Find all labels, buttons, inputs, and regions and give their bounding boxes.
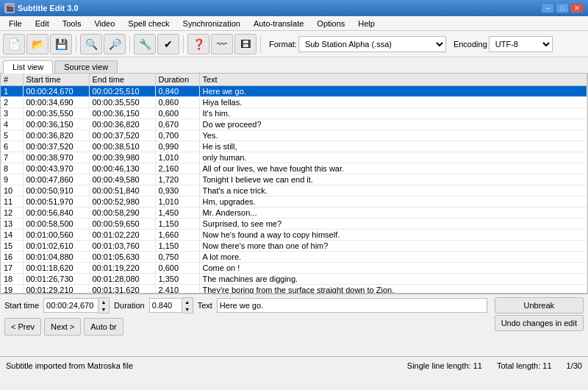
check-button[interactable]: ✔ [157, 34, 179, 54]
total-length: Total length: 11 [497, 361, 552, 370]
open-button[interactable]: 📂 [26, 34, 49, 54]
encoding-select[interactable]: UTF-8 UTF-16 ISO-8859-1 [489, 36, 553, 52]
menu-file[interactable]: File [3, 18, 28, 29]
cell-start: 00:01:00,560 [23, 230, 89, 241]
table-row[interactable]: 12 00:00:56,840 00:00:58,290 1,450 Mr. A… [1, 208, 587, 219]
tabs: List view Source view [0, 57, 588, 74]
app-icon: 🎬 [4, 3, 15, 13]
duration-spinner[interactable]: ▲ ▼ [149, 297, 193, 313]
table-row[interactable]: 13 00:00:58,500 00:00:59,650 1,150 Surpr… [1, 219, 587, 230]
cell-text: Tonight I believe we can end it. [199, 174, 587, 185]
help-button[interactable]: ❓ [187, 34, 209, 54]
tab-source-view[interactable]: Source view [54, 60, 118, 73]
cell-duration: 0,750 [155, 252, 199, 263]
find-button[interactable]: 🔍 [80, 34, 102, 54]
cell-text: Now there's more than one of him? [199, 241, 587, 252]
menu-synchronization[interactable]: Synchronization [177, 18, 246, 29]
tab-list-view[interactable]: List view [3, 60, 53, 74]
cell-end: 00:00:46,130 [89, 163, 155, 174]
menu-edit[interactable]: Edit [29, 18, 55, 29]
cell-end: 00:00:39,980 [89, 152, 155, 163]
cell-num: 11 [1, 196, 23, 208]
save-button[interactable]: 💾 [50, 34, 72, 54]
subtitle-table-wrapper[interactable]: # Start time End time Duration Text 1 00… [1, 74, 587, 293]
start-time-spinner[interactable]: ▲ ▼ [43, 297, 110, 313]
cell-start: 00:00:43,970 [23, 163, 89, 174]
table-row[interactable]: 4 00:00:36,150 00:00:36,820 0,670 Do we … [1, 119, 587, 130]
prev-button[interactable]: < Prev [4, 318, 41, 336]
unbreak-button[interactable]: Unbreak [495, 297, 584, 313]
table-row[interactable]: 8 00:00:43,970 00:00:46,130 2,160 All of… [1, 163, 587, 174]
cell-end: 00:00:36,150 [89, 108, 155, 119]
fix-button[interactable]: 🔧 [134, 34, 156, 54]
maximize-button[interactable]: □ [556, 3, 569, 13]
cell-num: 17 [1, 263, 23, 274]
cell-end: 00:01:31,620 [89, 285, 155, 294]
table-row[interactable]: 15 00:01:02,610 00:01:03,760 1,150 Now t… [1, 241, 587, 252]
cell-text: He is still, [199, 141, 587, 152]
next-button[interactable]: Next > [44, 318, 81, 336]
cell-end: 00:00:59,650 [89, 219, 155, 230]
menu-help[interactable]: Help [352, 18, 381, 29]
table-row[interactable]: 6 00:00:37,520 00:00:38,510 0,990 He is … [1, 141, 587, 152]
cell-num: 9 [1, 174, 23, 185]
format-select[interactable]: Sub Station Alpha (.ssa) SubRip (.srt) A… [298, 36, 446, 52]
table-row[interactable]: 10 00:00:50,910 00:00:51,840 0,930 That'… [1, 185, 587, 196]
start-time-input[interactable] [43, 298, 98, 313]
separator-4 [260, 35, 261, 53]
table-row[interactable]: 1 00:00:24,670 00:00:25,510 0,840 Here w… [1, 86, 587, 97]
encoding-label: Encoding [453, 40, 487, 49]
table-row[interactable]: 9 00:00:47,860 00:00:49,580 1,720 Tonigh… [1, 174, 587, 185]
video-button[interactable]: 🎞 [234, 34, 257, 54]
table-row[interactable]: 7 00:00:38,970 00:00:39,980 1,010 only h… [1, 152, 587, 163]
duration-up[interactable]: ▲ [182, 298, 193, 305]
cell-duration: 2,410 [155, 285, 199, 294]
table-row[interactable]: 19 00:01:29,210 00:01:31,620 2,410 They'… [1, 285, 587, 294]
table-row[interactable]: 3 00:00:35,550 00:00:36,150 0,600 It's h… [1, 108, 587, 119]
cell-num: 6 [1, 141, 23, 152]
cell-num: 1 [1, 86, 23, 97]
cell-duration: 0,600 [155, 263, 199, 274]
cell-duration: 0,860 [155, 97, 199, 108]
table-row[interactable]: 5 00:00:36,820 00:00:37,520 0,700 Yes. [1, 130, 587, 141]
menu-autotranslate[interactable]: Auto-translate [248, 18, 309, 29]
cell-end: 00:01:05,630 [89, 252, 155, 263]
minimize-button[interactable]: – [541, 3, 554, 13]
cell-duration: 1,150 [155, 241, 199, 252]
cell-text: They're boring from the surface straight… [199, 285, 587, 294]
table-row[interactable]: 16 00:01:04,880 00:01:05,630 0,750 A lot… [1, 252, 587, 263]
duration-down[interactable]: ▼ [182, 305, 193, 313]
table-row[interactable]: 14 00:01:00,560 00:01:02,220 1,660 Now h… [1, 230, 587, 241]
col-header-start: Start time [23, 74, 89, 86]
table-row[interactable]: 2 00:00:34,690 00:00:35,550 0,860 Hiya f… [1, 97, 587, 108]
cell-text: Here we go. [199, 86, 587, 97]
start-time-up[interactable]: ▲ [98, 298, 109, 305]
cell-start: 00:00:34,690 [23, 97, 89, 108]
close-button[interactable]: ✕ [570, 3, 584, 13]
new-button[interactable]: 📄 [3, 34, 25, 54]
find-replace-button[interactable]: 🔎 [104, 34, 126, 54]
cell-duration: 0,600 [155, 108, 199, 119]
cell-num: 4 [1, 119, 23, 130]
menu-spellcheck[interactable]: Spell check [122, 18, 175, 29]
start-time-down[interactable]: ▼ [98, 305, 109, 313]
undo-edit-button[interactable]: Undo changes in edit [495, 315, 584, 331]
table-row[interactable]: 17 00:01:18,620 00:01:19,220 0,600 Come … [1, 263, 587, 274]
cell-num: 18 [1, 274, 23, 285]
menu-video[interactable]: Video [88, 18, 121, 29]
table-row[interactable]: 18 00:01:26,730 00:01:28,080 1,350 The m… [1, 274, 587, 285]
waveform-button[interactable]: 〰 [211, 34, 233, 54]
cell-duration: 1,010 [155, 152, 199, 163]
duration-input[interactable] [149, 298, 182, 313]
cell-text: Do we proceed? [199, 119, 587, 130]
menu-tools[interactable]: Tools [57, 18, 87, 29]
table-row[interactable]: 11 00:00:51,970 00:00:52,980 1,010 Hm, u… [1, 196, 587, 208]
menu-options[interactable]: Options [311, 18, 351, 29]
cell-num: 19 [1, 285, 23, 294]
auto-br-button[interactable]: Auto br [84, 318, 123, 336]
duration-label: Duration [114, 301, 145, 310]
cell-start: 00:00:50,910 [23, 185, 89, 196]
cell-text: Now he's found a way to copy himself. [199, 230, 587, 241]
cell-text: Hiya fellas. [199, 97, 587, 108]
text-field[interactable] [217, 298, 487, 313]
